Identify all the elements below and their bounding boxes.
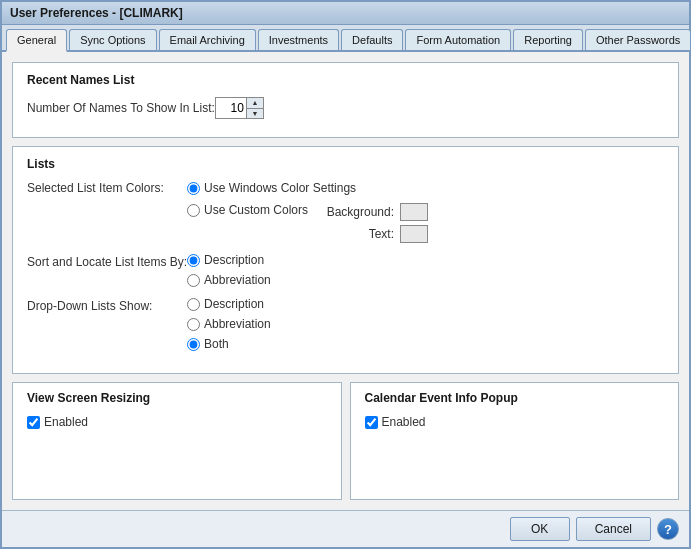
bottom-columns: View Screen Resizing Enabled Calendar Ev… xyxy=(12,382,679,500)
dropdown-description-label[interactable]: Description xyxy=(204,297,264,311)
radio-custom-label[interactable]: Use Custom Colors xyxy=(204,203,308,217)
calendar-event-enabled-row: Enabled xyxy=(365,415,665,429)
text-color-swatch[interactable] xyxy=(400,225,428,243)
names-count-label: Number Of Names To Show In List: xyxy=(27,101,215,115)
background-color-label: Background: xyxy=(324,205,394,219)
tab-investments[interactable]: Investments xyxy=(258,29,339,50)
main-window: User Preferences - [CLIMARK] General Syn… xyxy=(0,0,691,549)
sort-radio-group: Description Abbreviation xyxy=(187,253,271,291)
spinbox-buttons: ▲ ▼ xyxy=(246,98,263,118)
radio-dropdown-abbreviation[interactable] xyxy=(187,318,200,331)
lists-section: Lists Selected List Item Colors: Use Win… xyxy=(12,146,679,374)
sort-label: Sort and Locate List Items By: xyxy=(27,253,187,269)
radio-custom-color[interactable] xyxy=(187,204,200,217)
radio-windows-label[interactable]: Use Windows Color Settings xyxy=(204,181,356,195)
sort-abbreviation-row: Abbreviation xyxy=(187,273,271,287)
cancel-button[interactable]: Cancel xyxy=(576,517,651,541)
view-screen-enabled-checkbox[interactable] xyxy=(27,416,40,429)
radio-custom-row: Use Custom Colors xyxy=(187,203,308,217)
dropdown-label: Drop-Down Lists Show: xyxy=(27,297,187,313)
tab-defaults[interactable]: Defaults xyxy=(341,29,403,50)
dropdown-abbreviation-label[interactable]: Abbreviation xyxy=(204,317,271,331)
dropdown-abbreviation-row: Abbreviation xyxy=(187,317,271,331)
spinbox-up-btn[interactable]: ▲ xyxy=(247,98,263,108)
sort-description-label[interactable]: Description xyxy=(204,253,264,267)
text-color-row: Text: xyxy=(324,225,428,243)
view-screen-title: View Screen Resizing xyxy=(27,391,327,405)
tab-form-automation[interactable]: Form Automation xyxy=(405,29,511,50)
tab-email-archiving[interactable]: Email Archiving xyxy=(159,29,256,50)
content-area: Recent Names List Number Of Names To Sho… xyxy=(2,52,689,510)
calendar-event-enabled-label[interactable]: Enabled xyxy=(382,415,426,429)
color-radio-group: Use Windows Color Settings Use Custom Co… xyxy=(187,181,428,243)
lists-title: Lists xyxy=(27,157,664,171)
tab-reporting[interactable]: Reporting xyxy=(513,29,583,50)
text-color-label: Text: xyxy=(324,227,394,241)
sort-abbreviation-label[interactable]: Abbreviation xyxy=(204,273,271,287)
radio-windows-row: Use Windows Color Settings xyxy=(187,181,428,195)
tab-general[interactable]: General xyxy=(6,29,67,52)
footer-bar: OK Cancel ? xyxy=(2,510,689,547)
spinbox-down-btn[interactable]: ▼ xyxy=(247,108,263,118)
recent-names-section: Recent Names List Number Of Names To Sho… xyxy=(12,62,679,138)
radio-dropdown-description[interactable] xyxy=(187,298,200,311)
radio-windows-color[interactable] xyxy=(187,182,200,195)
dropdown-both-row: Both xyxy=(187,337,271,351)
view-screen-enabled-row: Enabled xyxy=(27,415,327,429)
dropdown-row: Drop-Down Lists Show: Description Abbrev… xyxy=(27,297,664,355)
tab-other-passwords[interactable]: Other Passwords xyxy=(585,29,691,50)
help-button[interactable]: ? xyxy=(657,518,679,540)
background-color-swatch[interactable] xyxy=(400,203,428,221)
ok-button[interactable]: OK xyxy=(510,517,570,541)
colors-row-group: Selected List Item Colors: Use Windows C… xyxy=(27,181,664,243)
tab-sync-options[interactable]: Sync Options xyxy=(69,29,156,50)
custom-color-section: Background: Text: xyxy=(324,203,428,243)
calendar-event-enabled-checkbox[interactable] xyxy=(365,416,378,429)
radio-sort-description[interactable] xyxy=(187,254,200,267)
radio-sort-abbreviation[interactable] xyxy=(187,274,200,287)
dropdown-both-label[interactable]: Both xyxy=(204,337,229,351)
window-title: User Preferences - [CLIMARK] xyxy=(10,6,183,20)
view-screen-section: View Screen Resizing Enabled xyxy=(12,382,342,500)
sort-row: Sort and Locate List Items By: Descripti… xyxy=(27,253,664,291)
background-color-row: Background: xyxy=(324,203,428,221)
dropdown-radio-group: Description Abbreviation Both xyxy=(187,297,271,355)
recent-names-title: Recent Names List xyxy=(27,73,664,87)
title-bar: User Preferences - [CLIMARK] xyxy=(2,2,689,25)
names-count-spinbox[interactable]: 10 ▲ ▼ xyxy=(215,97,264,119)
calendar-event-title: Calendar Event Info Popup xyxy=(365,391,665,405)
tabs-container: General Sync Options Email Archiving Inv… xyxy=(2,25,689,52)
dropdown-description-row: Description xyxy=(187,297,271,311)
sort-description-row: Description xyxy=(187,253,271,267)
calendar-event-section: Calendar Event Info Popup Enabled xyxy=(350,382,680,500)
view-screen-enabled-label[interactable]: Enabled xyxy=(44,415,88,429)
radio-dropdown-both[interactable] xyxy=(187,338,200,351)
names-count-input[interactable]: 10 xyxy=(216,98,246,118)
names-count-row: Number Of Names To Show In List: 10 ▲ ▼ xyxy=(27,97,664,119)
colors-label: Selected List Item Colors: xyxy=(27,181,187,195)
